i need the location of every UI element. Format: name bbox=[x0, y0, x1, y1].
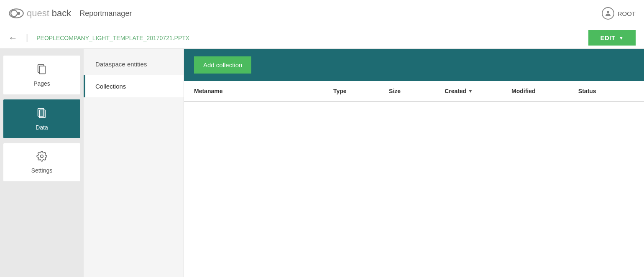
navbar-left: questback Reportmanager bbox=[8, 8, 132, 19]
sidebar-item-label-pages: Pages bbox=[33, 80, 50, 87]
user-avatar bbox=[602, 7, 614, 20]
breadcrumb-divider: | bbox=[26, 33, 28, 43]
edit-button[interactable]: EDIT ▼ bbox=[588, 30, 636, 46]
col-header-modified: Modified bbox=[511, 88, 578, 94]
content-header: Add collection bbox=[184, 49, 644, 81]
svg-point-0 bbox=[9, 9, 23, 18]
questback-logo-icon bbox=[8, 8, 24, 19]
col-header-size: Size bbox=[389, 88, 445, 94]
left-sidebar: Pages Data Settings bbox=[0, 49, 84, 277]
col-header-status: Status bbox=[578, 88, 634, 94]
col-header-created[interactable]: Created ▼ bbox=[445, 88, 511, 94]
sidebar-item-label-settings: Settings bbox=[31, 167, 53, 174]
table-area: Metaname Type Size Created ▼ Modified St… bbox=[184, 81, 644, 277]
breadcrumb-path: PEOPLECOMPANY_LIGHT_TEMPLATE_20170721.PP… bbox=[36, 35, 580, 41]
secondary-item-dataspace-entities[interactable]: Dataspace entities bbox=[84, 53, 184, 75]
svg-point-8 bbox=[41, 155, 43, 158]
user-label: ROOT bbox=[618, 10, 636, 17]
add-collection-label: Add collection bbox=[203, 61, 242, 69]
col-modified-label: Modified bbox=[511, 88, 536, 94]
navbar: questback Reportmanager ROOT bbox=[0, 0, 644, 27]
secondary-item-label-collections: Collections bbox=[95, 83, 126, 90]
sidebar-item-data[interactable]: Data bbox=[3, 99, 80, 138]
col-metaname-label: Metaname bbox=[194, 88, 222, 94]
sidebar-item-pages[interactable]: Pages bbox=[3, 56, 80, 94]
logo-quest: quest bbox=[27, 8, 49, 19]
sidebar-item-settings[interactable]: Settings bbox=[3, 143, 80, 181]
content-area: Add collection Metaname Type Size Create… bbox=[184, 49, 644, 277]
pages-icon bbox=[36, 63, 48, 78]
svg-point-3 bbox=[607, 11, 609, 13]
svg-point-1 bbox=[11, 10, 17, 16]
svg-rect-5 bbox=[39, 66, 45, 74]
edit-label: EDIT bbox=[600, 34, 615, 41]
chevron-down-icon: ▼ bbox=[619, 35, 624, 41]
sort-icon-created: ▼ bbox=[468, 89, 473, 94]
logo: questback bbox=[8, 8, 71, 19]
logo-back: back bbox=[52, 8, 71, 19]
col-header-metaname: Metaname bbox=[194, 88, 333, 94]
col-size-label: Size bbox=[389, 88, 401, 94]
secondary-item-label-dataspace: Dataspace entities bbox=[95, 61, 147, 68]
back-button[interactable]: ← bbox=[8, 33, 18, 43]
svg-point-2 bbox=[17, 12, 20, 15]
add-collection-button[interactable]: Add collection bbox=[194, 56, 251, 74]
svg-rect-7 bbox=[39, 110, 45, 118]
col-created-label: Created bbox=[445, 88, 466, 94]
data-icon bbox=[36, 107, 48, 122]
secondary-item-collections[interactable]: Collections bbox=[84, 75, 184, 97]
table-header: Metaname Type Size Created ▼ Modified St… bbox=[184, 81, 644, 102]
main-layout: Pages Data Settings Dataspace e bbox=[0, 49, 644, 277]
settings-icon bbox=[36, 151, 47, 165]
secondary-sidebar: Dataspace entities Collections bbox=[84, 49, 184, 277]
col-status-label: Status bbox=[578, 88, 596, 94]
breadcrumb-bar: ← | PEOPLECOMPANY_LIGHT_TEMPLATE_2017072… bbox=[0, 27, 644, 49]
navbar-right: ROOT bbox=[602, 7, 636, 20]
sidebar-item-label-data: Data bbox=[36, 124, 48, 131]
col-header-type: Type bbox=[333, 88, 389, 94]
app-title: Reportmanager bbox=[79, 9, 132, 18]
col-type-label: Type bbox=[333, 88, 347, 94]
